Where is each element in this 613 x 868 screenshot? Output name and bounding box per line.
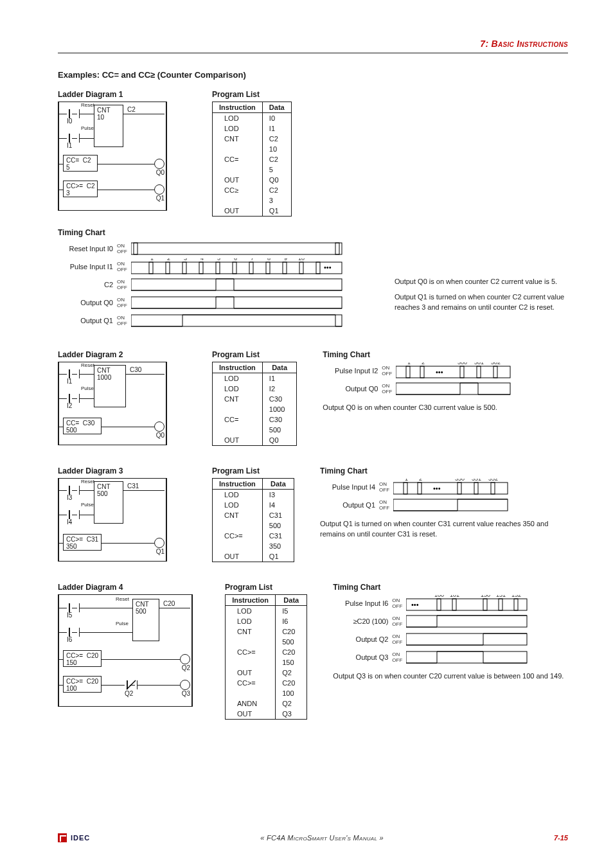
table-row: CC>=C31 (213, 531, 294, 541)
tc4-title: Timing Chart (333, 583, 568, 592)
tc1-note-1: Output Q0 is on when counter C2 current … (395, 277, 568, 287)
svg-rect-20 (249, 262, 253, 274)
svg-rect-34 (396, 366, 510, 378)
table-row: LODI3 (213, 490, 294, 500)
cc2-addr: C2 (87, 182, 95, 190)
tc1-title: Timing Chart (58, 228, 568, 237)
prog1-title: Program List (212, 90, 292, 99)
cc1-val: 5 (66, 164, 94, 171)
timing-chart-2: Pulse Input I2ONOFF 12500501502 ••• Outp… (323, 362, 568, 398)
chapter-number: 7: (480, 39, 488, 49)
table-row: OUTQ1 (213, 206, 292, 217)
svg-rect-47 (393, 483, 508, 494)
svg-text:10: 10 (298, 258, 305, 261)
program-list-1: InstructionData LODI0LODI1CNTC210CC=C25O… (212, 102, 292, 217)
tc3-note: Output Q1 is turned on when counter C31 … (320, 519, 568, 540)
svg-rect-2 (335, 243, 339, 254)
svg-text:151: 151 (496, 595, 506, 598)
svg-rect-63 (452, 599, 456, 610)
ladder-diagram-1: Reset I0 Pulse I1 CNT 10 C2 CC= C2 5 (58, 102, 167, 211)
table-row: OUTQ2 (226, 668, 307, 678)
ladder2-title: Ladder Diagram 2 (58, 350, 186, 359)
page-heading: Examples: CC= and CC≥ (Counter Compariso… (58, 70, 568, 80)
reset-label: Reset (81, 102, 94, 108)
svg-rect-28 (131, 315, 342, 326)
divider (58, 53, 568, 53)
i0-label: I0 (67, 118, 72, 125)
svg-text:9: 9 (284, 258, 287, 261)
svg-text:152: 152 (511, 595, 521, 598)
cnt-val: 10 (97, 114, 120, 121)
table-row: LODI6 (226, 616, 307, 626)
svg-rect-23 (299, 262, 303, 274)
q0-label: Q0 (156, 169, 164, 176)
page-footer: IDEC « FC4A MicroSmart User's Manual » 7… (58, 833, 568, 842)
svg-rect-41 (396, 383, 510, 394)
table-row: 5 (213, 164, 292, 175)
svg-text:•••: ••• (411, 601, 419, 608)
prog3-title: Program List (212, 466, 294, 475)
program-list-3: InstructionDataLODI3LODI4CNTC31500CC>=C3… (212, 478, 294, 562)
svg-text:150: 150 (481, 595, 490, 598)
table-row: 150 (226, 657, 307, 668)
svg-text:•••: ••• (436, 368, 443, 376)
tc1-r1: Pulse Input I1 (58, 263, 117, 270)
tc1-r2: C2 (58, 281, 117, 288)
svg-text:2: 2 (422, 362, 425, 366)
program-list-4: InstructionDataLODI5LODI6CNTC20500CC>=C2… (225, 594, 307, 720)
cc1-op: CC= (66, 157, 79, 164)
svg-text:7: 7 (251, 258, 254, 261)
svg-rect-36 (420, 366, 424, 378)
svg-text:1: 1 (405, 479, 408, 482)
svg-rect-51 (474, 483, 478, 494)
svg-rect-64 (483, 599, 487, 610)
svg-text:500: 500 (458, 362, 467, 366)
table-row: CNTC31 (213, 510, 294, 520)
svg-rect-70 (406, 651, 527, 663)
program-list-2: InstructionDataLODI1LODI2CNTC301000CC=C3… (212, 362, 297, 446)
table-row: CNTC20 (226, 626, 307, 637)
table-row: OUTQ3 (226, 709, 307, 720)
svg-text:1: 1 (150, 258, 154, 261)
cc2-val: 3 (66, 190, 94, 197)
q1-label: Q1 (156, 195, 164, 202)
ladder-diagram-3: Reset I3 Pulse I4 CNT500 C31 CC>= C31350… (58, 478, 167, 562)
tc1-note-2: Output Q1 is turned on when counter C2 c… (395, 292, 568, 313)
svg-rect-52 (491, 483, 495, 494)
table-row: 3 (213, 195, 292, 206)
table-row: LODI4 (213, 500, 294, 510)
cnt-addr: C2 (127, 106, 136, 113)
svg-text:100: 100 (434, 595, 444, 598)
svg-text:502: 502 (491, 362, 501, 366)
pulse-label: Pulse (81, 125, 94, 131)
svg-rect-69 (406, 633, 527, 645)
svg-rect-18 (216, 262, 220, 274)
tc2-note: Output Q0 is on when counter C30 current… (323, 403, 568, 413)
col-data: Data (262, 102, 291, 113)
svg-rect-17 (199, 262, 203, 274)
table-row: CC=C2 (213, 154, 292, 164)
svg-rect-24 (316, 262, 320, 274)
svg-text:5: 5 (217, 258, 220, 261)
table-row: 1000 (213, 404, 297, 414)
cc1-addr: C2 (83, 157, 91, 164)
svg-rect-65 (499, 599, 502, 610)
tc3-title: Timing Chart (320, 466, 568, 475)
svg-text:4: 4 (200, 258, 204, 261)
svg-rect-26 (131, 279, 342, 290)
svg-text:501: 501 (474, 362, 484, 366)
svg-rect-50 (458, 483, 461, 494)
svg-text:101: 101 (450, 595, 459, 598)
svg-rect-35 (406, 366, 410, 378)
svg-rect-61 (406, 599, 527, 610)
chapter-heading: 7: Basic Instructions (58, 39, 568, 49)
svg-rect-37 (460, 366, 464, 378)
table-row: CNTC30 (213, 394, 297, 404)
tc1-r4: Output Q1 (58, 317, 117, 324)
table-row: LODI0 (213, 113, 292, 124)
chapter-title: Basic Instructions (492, 39, 568, 49)
svg-rect-1 (134, 243, 138, 254)
svg-line-55 (127, 680, 136, 689)
table-row: CC≥C2 (213, 185, 292, 195)
svg-rect-38 (477, 366, 481, 378)
